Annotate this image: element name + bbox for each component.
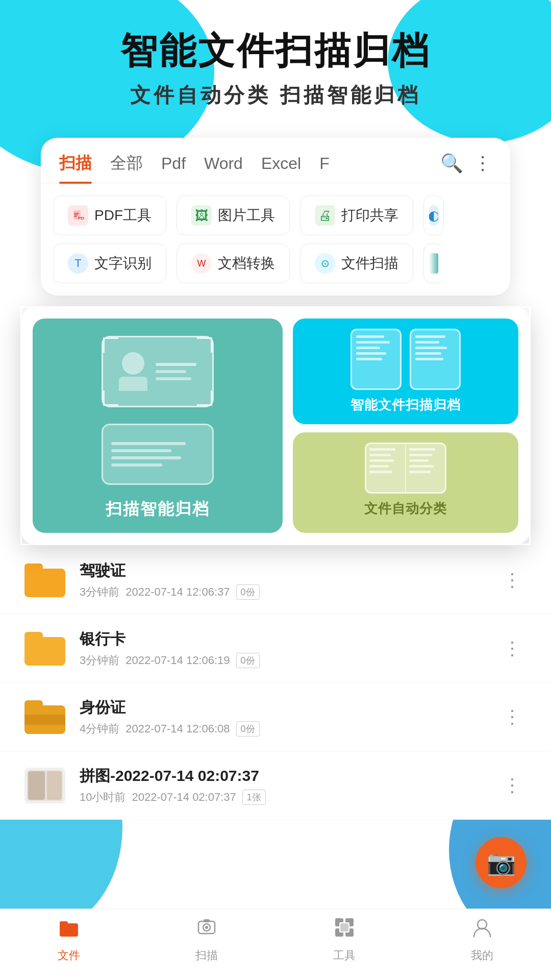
more-icon[interactable]: ⋮ [473, 153, 492, 174]
print-tool-label: 打印共享 [341, 206, 398, 225]
doc-icon-1 [350, 329, 402, 390]
print-tool-button[interactable]: 🖨 打印共享 [300, 195, 413, 235]
doc-icon-2 [410, 329, 461, 390]
tool-row-1: PDF PDF工具 🖼 图片工具 🖨 打印共享 ◐ [41, 183, 510, 243]
feature-scan-archive[interactable]: 扫描智能归档 [33, 318, 283, 533]
image-icon: 🖼 [191, 205, 212, 226]
nav-scan-label: 扫描 [195, 948, 218, 963]
ocr-icon: T [68, 253, 88, 274]
image-tool-button[interactable]: 🖼 图片工具 [177, 195, 290, 235]
more-tool-button-2[interactable] [423, 243, 444, 283]
file-item-shenfenzheng[interactable]: 身份证 4分钟前 2022-07-14 12:06:08 0份 ⋮ [0, 683, 551, 751]
document-scan [102, 424, 214, 485]
nav-tools-label: 工具 [333, 948, 356, 963]
tab-word[interactable]: Word [204, 154, 243, 173]
svg-rect-4 [61, 926, 77, 936]
nav-mine-icon [471, 916, 493, 944]
nav-item-scan[interactable]: 扫描 [138, 916, 276, 963]
folder-icon-1 [24, 562, 65, 598]
file-meta-3: 4分钟前 2022-07-14 12:06:08 0份 [80, 721, 498, 737]
tab-f[interactable]: F [319, 154, 330, 173]
file-name-2: 银行卡 [80, 629, 498, 650]
file-name-3: 身份证 [80, 697, 498, 718]
header-subtitle: 文件自动分类 扫描智能归档 [0, 81, 551, 109]
camera-fab-button[interactable]: 📷 [475, 837, 527, 888]
file-item-jiashezheng[interactable]: 驾驶证 3分钟前 2022-07-14 12:06:37 0份 ⋮ [0, 546, 551, 615]
doc-convert-button[interactable]: W 文档转换 [177, 243, 290, 283]
header: 智能文件扫描归档 文件自动分类 扫描智能归档 [0, 31, 551, 109]
svg-point-7 [205, 926, 208, 929]
more-tool-button[interactable]: ◐ [423, 195, 444, 235]
file-more-4[interactable]: ⋮ [498, 770, 527, 801]
doc-icons [350, 329, 461, 390]
camera-fab-icon: 📷 [487, 849, 516, 876]
feature-right-top-label: 智能文件扫描归档 [350, 396, 461, 414]
partial-icon: ◐ [429, 205, 438, 226]
image-tool-label: 图片工具 [218, 206, 275, 225]
file-info-1: 驾驶证 3分钟前 2022-07-14 12:06:37 0份 [80, 560, 498, 600]
print-icon: 🖨 [315, 205, 335, 226]
file-info-3: 身份证 4分钟前 2022-07-14 12:06:08 0份 [80, 697, 498, 737]
nav-scan-icon [195, 916, 218, 944]
feature-right-panel: 智能文件扫描归档 文件自动分类 [293, 318, 518, 533]
tab-all[interactable]: 全部 [110, 152, 143, 175]
feature-auto-classify[interactable]: 文件自动分类 [293, 432, 518, 533]
pdf-tool-label: PDF工具 [94, 206, 152, 225]
search-icon[interactable]: 🔍 [440, 153, 463, 174]
folder-icon-3 [24, 699, 65, 735]
file-item-pintu[interactable]: 拼图-2022-07-14 02:07:37 10小时前 2022-07-14 … [0, 751, 551, 820]
nav-files-icon [58, 916, 80, 944]
nav-item-tools[interactable]: 工具 [276, 916, 413, 963]
header-title: 智能文件扫描归档 [0, 31, 551, 71]
file-more-3[interactable]: ⋮ [498, 701, 527, 733]
pdf-icon: PDF [68, 205, 88, 226]
ocr-tool-label: 文字识别 [94, 254, 152, 273]
pdf-tool-button[interactable]: PDF PDF工具 [53, 195, 166, 235]
file-info-2: 银行卡 3分钟前 2022-07-14 12:06:19 0份 [80, 629, 498, 668]
app-card: 扫描 全部 Pdf Word Excel F 🔍 ⋮ PDF PDF工具 🖼 图… [41, 138, 510, 296]
file-scan-button[interactable]: ⊙ 文件扫描 [300, 243, 413, 283]
feature-smart-scan[interactable]: 智能文件扫描归档 [293, 318, 518, 424]
file-meta-2: 3分钟前 2022-07-14 12:06:19 0份 [80, 653, 498, 668]
nav-mine-label: 我的 [471, 948, 493, 963]
nav-tools-icon [333, 916, 356, 944]
tab-scan[interactable]: 扫描 [59, 152, 92, 175]
book-icon [365, 443, 446, 494]
file-item-yinhangka[interactable]: 银行卡 3分钟前 2022-07-14 12:06:19 0份 ⋮ [0, 615, 551, 683]
svg-rect-8 [204, 919, 210, 922]
partial-right [429, 253, 438, 274]
feature-right-bottom-label: 文件自动分类 [364, 500, 447, 518]
tool-row-2: T 文字识别 W 文档转换 ⊙ 文件扫描 [41, 243, 510, 296]
doc-convert-label: 文档转换 [218, 254, 275, 273]
file-name-1: 驾驶证 [80, 560, 498, 581]
file-scan-icon: ⊙ [315, 253, 335, 274]
file-name-4: 拼图-2022-07-14 02:07:37 [80, 766, 498, 787]
svg-point-15 [478, 920, 487, 929]
svg-rect-14 [340, 923, 348, 932]
nav-item-files[interactable]: 文件 [0, 916, 138, 963]
tab-bar: 扫描 全部 Pdf Word Excel F 🔍 ⋮ [41, 138, 510, 183]
file-meta-4: 10小时前 2022-07-14 02:07:37 1张 [80, 790, 498, 805]
file-more-2[interactable]: ⋮ [498, 633, 527, 665]
folder-icon-2 [24, 631, 65, 667]
svg-text:PDF: PDF [78, 216, 84, 220]
feature-popup: 扫描智能归档 [20, 306, 531, 545]
svg-rect-3 [60, 921, 68, 925]
doc-convert-icon: W [191, 253, 212, 274]
file-thumbnail-4 [24, 768, 65, 803]
file-scan-label: 文件扫描 [341, 254, 398, 273]
nav-item-mine[interactable]: 我的 [413, 916, 551, 963]
bottom-nav: 文件 扫描 工具 [0, 909, 551, 980]
tab-excel[interactable]: Excel [261, 154, 301, 173]
feature-left-label: 扫描智能归档 [106, 498, 210, 521]
file-more-1[interactable]: ⋮ [498, 565, 527, 596]
tab-pdf[interactable]: Pdf [161, 154, 186, 173]
file-meta-1: 3分钟前 2022-07-14 12:06:37 0份 [80, 584, 498, 600]
file-info-4: 拼图-2022-07-14 02:07:37 10小时前 2022-07-14 … [80, 766, 498, 805]
nav-files-label: 文件 [58, 948, 80, 963]
file-list: 驾驶证 3分钟前 2022-07-14 12:06:37 0份 ⋮ 银行卡 3分… [0, 546, 551, 820]
id-card-scan [102, 336, 214, 407]
ocr-tool-button[interactable]: T 文字识别 [53, 243, 166, 283]
